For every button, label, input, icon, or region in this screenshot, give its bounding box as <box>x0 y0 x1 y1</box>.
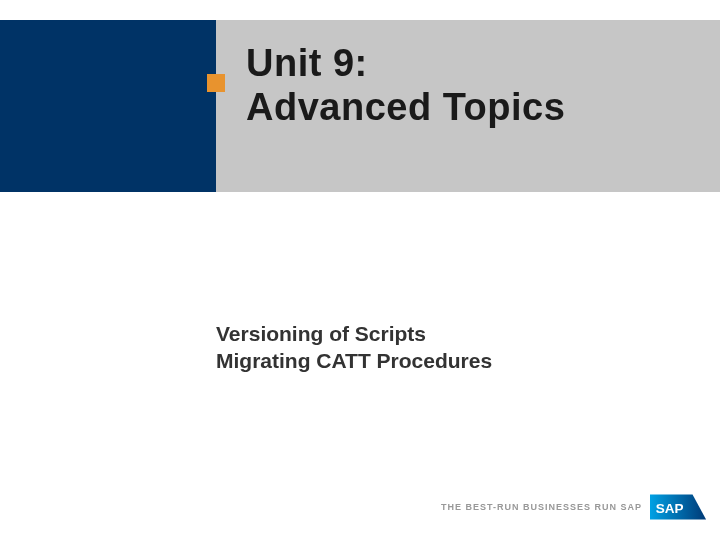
footer-tagline: THE BEST-RUN BUSINESSES RUN SAP <box>441 502 642 512</box>
subtitle-block: Versioning of Scripts Migrating CATT Pro… <box>216 320 676 375</box>
title-line-1: Unit 9: <box>246 42 710 86</box>
slide-title: Unit 9: Advanced Topics <box>246 42 710 129</box>
bullet-icon <box>207 74 225 92</box>
footer: THE BEST-RUN BUSINESSES RUN SAP SAP <box>441 492 708 522</box>
subtitle-line-2: Migrating CATT Procedures <box>216 347 676 374</box>
sap-logo-icon: SAP <box>650 492 708 522</box>
title-line-2: Advanced Topics <box>246 86 710 130</box>
title-block: Unit 9: Advanced Topics <box>216 20 720 192</box>
header-band: Unit 9: Advanced Topics <box>0 20 720 192</box>
svg-text:SAP: SAP <box>656 501 684 516</box>
navy-block <box>0 20 216 192</box>
subtitle-line-1: Versioning of Scripts <box>216 320 676 347</box>
